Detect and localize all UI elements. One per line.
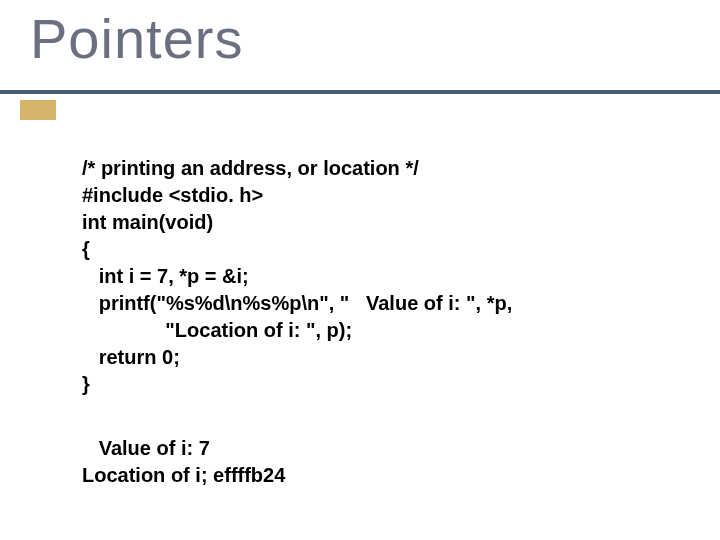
- code-line: }: [82, 373, 90, 395]
- accent-block: [20, 100, 56, 120]
- code-line: printf("%s%d\n%s%p\n", " Value of i: ", …: [82, 292, 512, 314]
- code-line: int main(void): [82, 211, 213, 233]
- code-line: #include <stdio. h>: [82, 184, 263, 206]
- slide: Pointers /* printing an address, or loca…: [0, 0, 720, 540]
- code-line: return 0;: [82, 346, 180, 368]
- output-block: Value of i: 7 Location of i; effffb24: [82, 408, 285, 489]
- code-line: {: [82, 238, 90, 260]
- slide-title: Pointers: [30, 6, 243, 71]
- code-line: "Location of i: ", p);: [82, 319, 352, 341]
- output-line: Value of i: 7: [82, 437, 210, 459]
- code-line: /* printing an address, or location */: [82, 157, 419, 179]
- output-line: Location of i; effffb24: [82, 464, 285, 486]
- code-line: int i = 7, *p = &i;: [82, 265, 249, 287]
- code-block: /* printing an address, or location */ #…: [82, 128, 512, 398]
- divider-line: [0, 90, 720, 94]
